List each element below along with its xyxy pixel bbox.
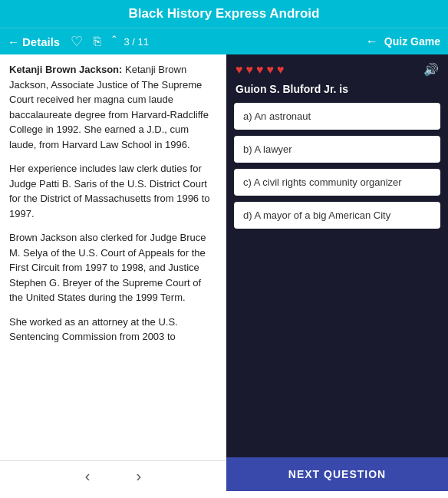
heart-5: ♥ (277, 63, 285, 77)
quiz-options: a) An astronaut b) A lawyer c) A civil r… (226, 103, 448, 457)
quiz-label: Quiz Game (384, 35, 440, 48)
heart-3: ♥ (256, 63, 264, 77)
person-name: Ketanji Brown Jackson: (9, 64, 122, 75)
left-scroll-area: Ketanji Brown Jackson: Ketanji Brown Jac… (0, 54, 226, 491)
heart-1: ♥ (236, 63, 243, 77)
nav-bar: ← Details ♡ ⎘ ˆ 3 / 11 ← Quiz Game (0, 28, 448, 54)
next-question-button[interactable]: NEXT QUESTION (226, 457, 448, 491)
right-panel: ♥ ♥ ♥ ♥ ♥ 🔊 Guion S. Bluford Jr. is a) A… (226, 54, 448, 491)
left-container: Ketanji Brown Jackson: Ketanji Brown Jac… (0, 54, 226, 491)
page-info: 3 / 11 (124, 36, 150, 48)
bottom-nav: ‹ › (0, 460, 226, 491)
heart-4: ♥ (267, 63, 275, 77)
share-nav-icon[interactable]: ˆ (112, 35, 116, 48)
nav-right-group: ← Quiz Game (366, 35, 440, 48)
option-b-label: b) A lawyer (243, 143, 292, 155)
nav-icon-group: ♡ ⎘ ˆ (71, 33, 116, 50)
heart-2: ♥ (246, 63, 254, 77)
back-button[interactable]: ← Details (8, 35, 60, 48)
app-title: Black History Express Android (129, 6, 320, 21)
hearts-display: ♥ ♥ ♥ ♥ ♥ (236, 63, 285, 77)
option-c[interactable]: c) A civil rights community organizer (234, 169, 440, 196)
prev-page-arrow-icon[interactable]: ‹ (85, 467, 91, 485)
option-d-label: d) A mayor of a big American City (243, 209, 390, 221)
bio-paragraph-3: Brown Jackson also clerked for Judge Bru… (9, 230, 217, 305)
bio-paragraph-4: She worked as an attorney at the U.S. Se… (9, 315, 217, 345)
quiz-question: Guion S. Bluford Jr. is (226, 81, 448, 103)
copy-nav-icon[interactable]: ⎘ (94, 35, 101, 48)
option-b[interactable]: b) A lawyer (234, 136, 440, 163)
quiz-header: ♥ ♥ ♥ ♥ ♥ 🔊 (226, 54, 448, 81)
option-d[interactable]: d) A mayor of a big American City (234, 202, 440, 229)
option-a-label: a) An astronaut (243, 110, 311, 122)
bio-paragraph-1: Ketanji Brown Jackson: Ketanji Brown Jac… (9, 62, 217, 152)
nav-left-arrow-icon[interactable]: ← (366, 35, 378, 48)
bio-paragraph-2: Her experience includes law clerk duties… (9, 161, 217, 221)
heart-nav-icon[interactable]: ♡ (71, 33, 83, 50)
option-a[interactable]: a) An astronaut (234, 103, 440, 130)
details-label: Details (22, 35, 60, 48)
title-bar: Black History Express Android (0, 0, 448, 28)
back-arrow-icon: ← (8, 35, 19, 48)
main-content: Ketanji Brown Jackson: Ketanji Brown Jac… (0, 54, 448, 491)
option-c-label: c) A civil rights community organizer (243, 176, 402, 188)
speaker-icon[interactable]: 🔊 (423, 62, 439, 77)
next-page-arrow-icon[interactable]: › (137, 467, 142, 485)
